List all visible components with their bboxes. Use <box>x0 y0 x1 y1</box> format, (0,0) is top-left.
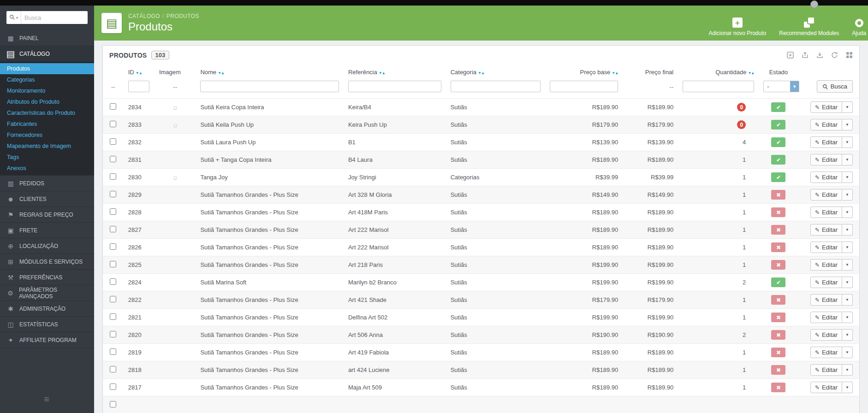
edit-button[interactable]: ✎Editar <box>810 224 842 236</box>
row-checkbox[interactable] <box>110 226 116 232</box>
edit-dropdown-toggle[interactable]: ▼ <box>842 224 853 236</box>
status-disabled-x-icon[interactable]: ✖ <box>771 207 785 217</box>
sidebar-item-painel[interactable]: ▦PAINEL <box>0 30 94 46</box>
status-disabled-x-icon[interactable]: ✖ <box>771 348 785 357</box>
row-checkbox[interactable] <box>110 156 116 162</box>
edit-dropdown-toggle[interactable]: ▼ <box>842 382 853 393</box>
recommended-modules-button[interactable]: Recommended Modules <box>779 18 839 36</box>
sort-icons[interactable]: ▼▲ <box>136 71 142 75</box>
status-disabled-x-icon[interactable]: ✖ <box>771 313 785 322</box>
status-disabled-x-icon[interactable]: ✖ <box>771 365 785 375</box>
edit-dropdown-toggle[interactable]: ▼ <box>842 347 853 358</box>
row-checkbox[interactable] <box>110 121 116 127</box>
sidebar-item-estatisticas[interactable]: ◫ESTATÍSTICAS <box>0 317 94 332</box>
sidebar-collapse-button[interactable]: ≡ <box>0 394 94 405</box>
sidebar-subitem-fabricantes[interactable]: Fabricantes <box>0 118 94 130</box>
sidebar-subitem-tags[interactable]: Tags <box>0 152 94 163</box>
row-checkbox[interactable] <box>110 191 116 197</box>
status-enabled-check-icon[interactable]: ✔ <box>771 120 785 130</box>
add-new-product-button[interactable]: + Adicionar novo Produto <box>708 18 766 36</box>
edit-button[interactable]: ✎Editar <box>810 119 842 130</box>
edit-button[interactable]: ✎Editar <box>810 101 842 113</box>
edit-dropdown-toggle[interactable]: ▼ <box>842 119 853 130</box>
edit-button[interactable]: ✎Editar <box>810 382 842 393</box>
edit-button[interactable]: ✎Editar <box>810 189 842 201</box>
filter-search-button[interactable]: Busca <box>817 80 853 93</box>
status-enabled-check-icon[interactable]: ✔ <box>771 172 785 182</box>
row-checkbox[interactable] <box>110 313 116 320</box>
edit-dropdown-toggle[interactable]: ▼ <box>842 101 853 113</box>
sidebar-subitem-atributos-do-produto[interactable]: Atributos do Produto <box>0 96 94 107</box>
edit-dropdown-toggle[interactable]: ▼ <box>842 277 853 288</box>
edit-button[interactable]: ✎Editar <box>810 136 842 148</box>
status-enabled-check-icon[interactable]: ✔ <box>771 102 785 112</box>
row-checkbox[interactable] <box>110 384 116 390</box>
edit-dropdown-toggle[interactable]: ▼ <box>842 312 853 323</box>
edit-dropdown-toggle[interactable]: ▼ <box>842 329 853 341</box>
edit-dropdown-toggle[interactable]: ▼ <box>842 136 853 148</box>
edit-button[interactable]: ✎Editar <box>810 312 842 323</box>
grid-icon[interactable] <box>846 52 853 59</box>
column-header-id[interactable]: ID▼▲ <box>124 64 155 79</box>
row-checkbox[interactable] <box>110 401 116 407</box>
filter-nome-input[interactable] <box>200 81 339 92</box>
edit-button[interactable]: ✎Editar <box>810 294 842 306</box>
status-disabled-x-icon[interactable]: ✖ <box>771 383 785 392</box>
edit-dropdown-toggle[interactable]: ▼ <box>842 189 853 201</box>
edit-button[interactable]: ✎Editar <box>810 171 842 183</box>
sidebar-item-catalogo[interactable]: ▤CATÁLOGO <box>0 46 94 62</box>
filter-estado-select[interactable]: - ▼ <box>763 81 799 92</box>
edit-button[interactable]: ✎Editar <box>810 364 842 376</box>
sidebar-subitem-produtos[interactable]: Produtos <box>0 63 94 74</box>
sidebar-subitem-fornecedores[interactable]: Fornecedores <box>0 130 94 141</box>
sidebar-search-input[interactable] <box>21 14 88 21</box>
edit-dropdown-toggle[interactable]: ▼ <box>842 206 853 218</box>
sort-icons[interactable]: ▼▲ <box>218 71 224 75</box>
search-scope-caret-icon[interactable]: ▾ <box>16 16 18 20</box>
column-header-categoria[interactable]: Categoria▼▲ <box>446 64 546 79</box>
filter-quantidade-input[interactable] <box>683 81 754 92</box>
help-button[interactable]: Ajuda <box>852 19 866 36</box>
sidebar-subitem-anexos[interactable]: Anexos <box>0 163 94 174</box>
edit-dropdown-toggle[interactable]: ▼ <box>842 154 853 165</box>
status-disabled-x-icon[interactable]: ✖ <box>771 242 785 252</box>
sidebar-subitem-categorias[interactable]: Categorias <box>0 74 94 85</box>
sidebar-item-clientes[interactable]: ☻CLIENTES <box>0 191 94 207</box>
edit-button[interactable]: ✎Editar <box>810 347 842 358</box>
edit-button[interactable]: ✎Editar <box>810 154 842 165</box>
export-icon[interactable] <box>802 52 809 59</box>
row-checkbox[interactable] <box>110 278 116 285</box>
sidebar-subitem-caracteristicas-do-produto[interactable]: Características do Produto <box>0 107 94 118</box>
column-header-preco-base[interactable]: Preço base▼▲ <box>545 64 623 79</box>
row-checkbox[interactable] <box>110 243 116 250</box>
sidebar-item-parametros-avancados[interactable]: ⚙PARÂMETROS AVANÇADOS <box>0 285 94 301</box>
sidebar-subitem-monitoramento[interactable]: Monitoramento <box>0 85 94 96</box>
edit-dropdown-toggle[interactable]: ▼ <box>842 171 853 183</box>
row-checkbox[interactable] <box>110 103 116 110</box>
sort-icons[interactable]: ▼▲ <box>612 71 618 75</box>
sidebar-item-frete[interactable]: ▣FRETE <box>0 223 94 238</box>
edit-button[interactable]: ✎Editar <box>810 329 842 341</box>
sidebar-item-administracao[interactable]: ✱ADMINISTRAÇÃO <box>0 301 94 317</box>
status-disabled-x-icon[interactable]: ✖ <box>771 330 785 340</box>
row-checkbox[interactable] <box>110 348 116 355</box>
edit-dropdown-toggle[interactable]: ▼ <box>842 259 853 271</box>
filter-preco-base-input[interactable] <box>550 81 618 92</box>
status-disabled-x-icon[interactable]: ✖ <box>771 295 785 305</box>
sort-icons[interactable]: ▼▲ <box>748 71 754 75</box>
sidebar-item-pedidos[interactable]: ▥PEDIDOS <box>0 176 94 191</box>
sidebar-item-preferencias[interactable]: ⚒PREFERÊNCIAS <box>0 270 94 285</box>
column-header-nome[interactable]: Nome▼▲ <box>196 64 343 79</box>
row-checkbox[interactable] <box>110 261 116 267</box>
import-icon[interactable] <box>816 52 823 59</box>
row-checkbox[interactable] <box>110 173 116 180</box>
status-enabled-check-icon[interactable]: ✔ <box>771 155 785 165</box>
status-disabled-x-icon[interactable]: ✖ <box>771 260 785 270</box>
status-disabled-x-icon[interactable]: ✖ <box>771 225 785 235</box>
row-checkbox[interactable] <box>110 138 116 145</box>
refresh-icon[interactable] <box>831 52 838 59</box>
edit-dropdown-toggle[interactable]: ▼ <box>842 242 853 253</box>
sidebar-item-modulos-e-servicos[interactable]: ⊞MÓDULOS E SERVIÇOS <box>0 254 94 270</box>
column-header-quantidade[interactable]: Quantidade▼▲ <box>678 64 759 79</box>
row-checkbox[interactable] <box>110 208 116 215</box>
